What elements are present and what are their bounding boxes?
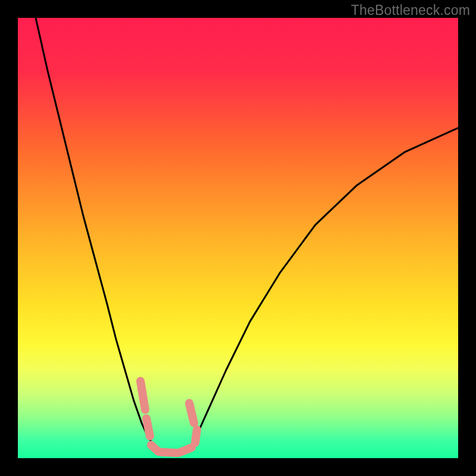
watermark-text: TheBottleneck.com: [351, 2, 470, 18]
marker-valley-right: [180, 447, 192, 452]
marker-right-dash-lower: [195, 430, 197, 443]
curve-layer: [18, 18, 458, 458]
chart-frame: TheBottleneck.com: [0, 0, 476, 476]
plot-area: [18, 18, 458, 458]
marker-valley-mid: [161, 452, 177, 453]
marker-left-dash-lower: [146, 418, 150, 436]
marker-left-dash-upper: [140, 381, 145, 410]
marker-right-dash-upper: [189, 403, 194, 423]
bottleneck-curve: [36, 18, 458, 453]
